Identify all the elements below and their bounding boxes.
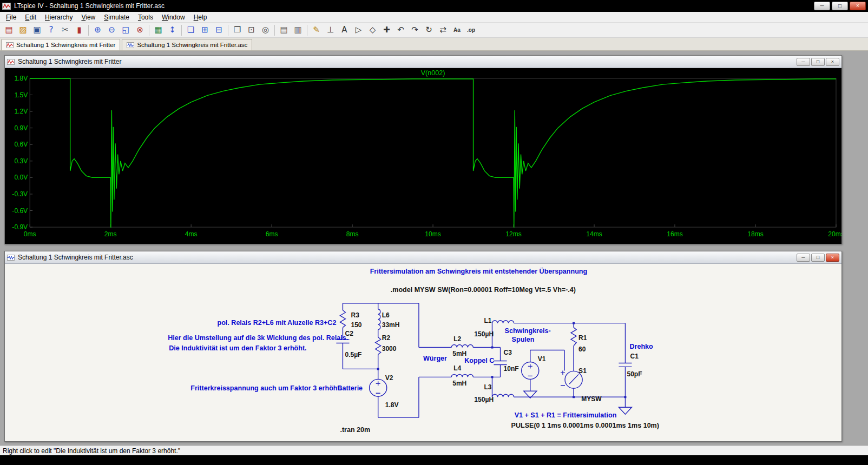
menu-window[interactable]: Window	[157, 12, 189, 22]
schematic-text[interactable]: V1	[538, 355, 546, 363]
schematic-text[interactable]: L4	[453, 364, 461, 372]
trace-vn002[interactable]	[30, 78, 836, 229]
context-help-button[interactable]: ?	[44, 24, 58, 37]
schematic-text[interactable]: C3	[504, 349, 512, 357]
mirror-button[interactable]: ⇄	[436, 24, 450, 37]
ground-symbol-c1[interactable]	[619, 407, 632, 414]
zoom-area-button[interactable]: ◱	[119, 24, 133, 37]
schematic-text[interactable]: V2	[385, 374, 393, 382]
inductor-L6[interactable]	[378, 309, 380, 330]
tab-schematic[interactable]: Schaltung 1 Schwingkreis mit Fritter.asc	[122, 39, 252, 50]
schematic-text[interactable]: C2	[345, 330, 353, 337]
zoom-out-button[interactable]: ⊖	[105, 24, 119, 37]
schematic-text[interactable]: Frittersimulation am Schwingkreis mit en…	[370, 267, 587, 275]
schematic-text[interactable]: Die Induktivität ist um den Faktor 3 erh…	[169, 344, 306, 352]
resistor-R3[interactable]	[340, 310, 345, 328]
zoom-in-button[interactable]: ⊕	[91, 24, 104, 37]
draw-wire-button[interactable]: ✎	[310, 24, 323, 37]
voltage-source-V2[interactable]	[370, 379, 387, 396]
schematic-text[interactable]: .tran 20m	[340, 426, 370, 434]
redo-button[interactable]: ↷	[408, 24, 422, 37]
schematic-text[interactable]: pol. Relais R2+L6 mit Aluzelle R3+C2	[218, 319, 337, 327]
schematic-text[interactable]: Drehko	[629, 343, 653, 350]
schematic-text[interactable]: Batterie	[337, 384, 363, 392]
menu-tools[interactable]: Tools	[134, 12, 157, 22]
schematic-text[interactable]: S1	[578, 367, 587, 375]
menu-simulate[interactable]: Simulate	[100, 12, 134, 22]
maximize-button[interactable]: □	[832, 2, 848, 10]
place-label-button[interactable]: A	[338, 24, 351, 37]
print-preview-button[interactable]: ▤	[277, 24, 291, 37]
spice-directive-button[interactable]: .op	[464, 24, 478, 37]
resistor-R2[interactable]	[376, 337, 381, 355]
waveform-window-titlebar[interactable]: Schaltung 1 Schwingkreis mit Fritter ─ □…	[5, 56, 841, 68]
schematic-text[interactable]: 3000	[382, 345, 397, 353]
menu-edit[interactable]: Edit	[21, 12, 41, 22]
schematic-text[interactable]: 150µH	[474, 396, 494, 403]
schematic-text[interactable]: .model MYSW SW(Ron=0.00001 Roff=10Meg Vt…	[391, 286, 576, 294]
minimize-button[interactable]: ─	[814, 2, 830, 10]
tile-horizontally-button[interactable]: ⊟	[212, 24, 226, 37]
schematic-text[interactable]: 150µH	[474, 330, 494, 338]
place-ground-button[interactable]: ⊥	[324, 24, 337, 37]
paste-button[interactable]: ⊡	[245, 24, 258, 37]
schematic-text[interactable]: 5mH	[452, 380, 466, 387]
wave-close-button[interactable]: ×	[826, 58, 839, 66]
schematic-text[interactable]: Koppel C	[464, 357, 494, 364]
copy-button[interactable]: ❐	[231, 24, 244, 37]
undo-button[interactable]: ↶	[394, 24, 407, 37]
zoom-full-extents-button[interactable]: ⊗	[133, 24, 147, 37]
schematic-text[interactable]: MYSW	[581, 395, 602, 403]
cascade-windows-button[interactable]: ❏	[184, 24, 198, 37]
schematic-text[interactable]: L6	[382, 311, 390, 319]
tile-vertically-button[interactable]: ⊞	[198, 24, 212, 37]
schem-minimize-button[interactable]: ─	[797, 254, 810, 262]
voltage-source-V1[interactable]	[522, 362, 539, 379]
schematic-text[interactable]: V1 + S1 + R1 = Frittersimulation	[515, 411, 617, 419]
inductor-L1[interactable]	[492, 321, 514, 323]
schematic-text[interactable]: C1	[630, 353, 639, 361]
inductor-L4[interactable]	[451, 374, 473, 377]
schematic-text[interactable]: Hier die Umstellung auf die 3k Wicklung …	[168, 334, 348, 342]
schem-maximize-button[interactable]: □	[811, 254, 825, 262]
resistor-R1[interactable]	[571, 328, 576, 346]
schematic-text[interactable]: L1	[484, 317, 491, 324]
schematic-window-titlebar[interactable]: Schaltung 1 Schwingkreis mit Fritter.asc…	[5, 251, 841, 264]
schematic-text[interactable]: 5mH	[452, 350, 466, 358]
menu-hierarchy[interactable]: Hierarchy	[41, 12, 77, 22]
waveform-svg[interactable]: 1.8V1.5V1.2V0.9V0.6V0.3V0.0V-0.3V-0.6V-0…	[5, 68, 841, 244]
find-button[interactable]: ◎	[259, 24, 272, 37]
autorange-y-button[interactable]: ↕	[166, 24, 179, 37]
schematic-text[interactable]: 50pF	[627, 370, 642, 378]
schematic-text[interactable]: 10nF	[504, 365, 519, 373]
schematic-text[interactable]: R2	[382, 334, 391, 342]
schematic-text[interactable]: R3	[351, 311, 359, 319]
capacitor-C3[interactable]	[494, 361, 507, 364]
schematic-text[interactable]: L2	[453, 335, 461, 343]
place-component-button[interactable]: ◇	[366, 24, 379, 37]
waveform-plot[interactable]: 1.8V1.5V1.2V0.9V0.6V0.3V0.0V-0.3V-0.6V-0…	[5, 68, 841, 244]
menu-help[interactable]: Help	[189, 12, 212, 22]
trace-legend[interactable]: V(n002)	[421, 69, 445, 77]
wave-maximize-button[interactable]: □	[811, 58, 825, 66]
schematic-text[interactable]: R1	[578, 334, 587, 342]
new-schematic-button[interactable]: ▤	[2, 24, 16, 37]
schematic-text[interactable]: 33mH	[382, 321, 400, 329]
cut-button[interactable]: ✂	[58, 24, 72, 37]
menu-view[interactable]: View	[77, 12, 100, 22]
halt-button[interactable]: ▮	[73, 24, 86, 37]
inductor-L3[interactable]	[492, 394, 514, 397]
schematic-text[interactable]: 0.5µF	[345, 351, 361, 359]
schematic-text[interactable]: Schwingkreis-	[505, 327, 551, 335]
main-titlebar[interactable]: LTspice IV - Schaltung 1 Schwingkreis mi…	[0, 0, 868, 12]
schematic-svg[interactable]: Frittersimulation am Schwingkreis mit en…	[5, 264, 841, 441]
schematic-text[interactable]: 60	[578, 346, 586, 354]
wave-minimize-button[interactable]: ─	[797, 58, 810, 66]
place-diode-button[interactable]: ▷	[352, 24, 365, 37]
schem-close-button[interactable]: ×	[826, 254, 839, 262]
capacitor-C1[interactable]	[619, 363, 632, 367]
save-button[interactable]: ▣	[30, 24, 44, 37]
tab-waveform[interactable]: Schaltung 1 Schwingkreis mit Fritter	[1, 39, 120, 50]
fft-button[interactable]: ▦	[152, 24, 165, 37]
place-text-button[interactable]: Aa	[450, 24, 464, 37]
